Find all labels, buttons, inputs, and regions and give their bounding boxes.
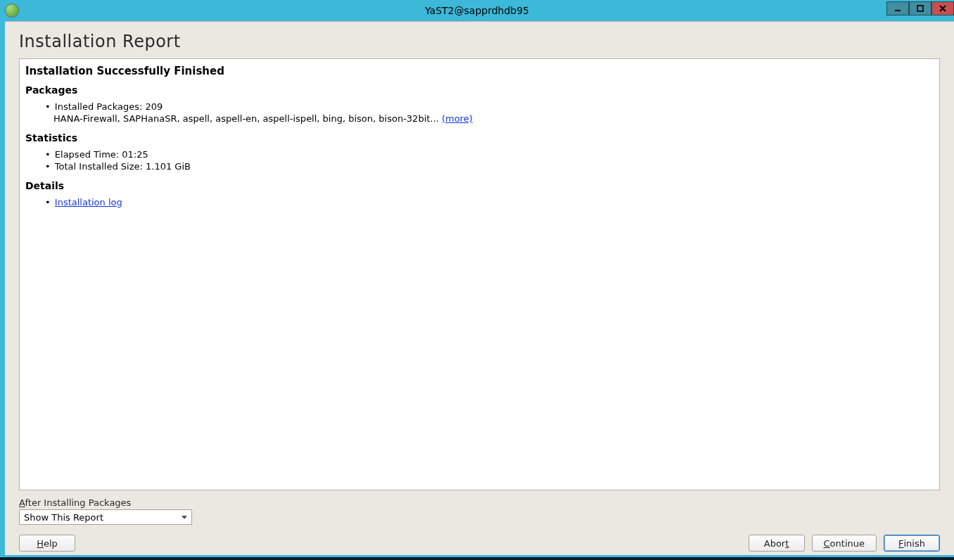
window-titlebar: YaST2@sapprdhdb95 xyxy=(0,0,954,21)
page-title: Installation Report xyxy=(19,32,940,51)
more-packages-link[interactable]: (more) xyxy=(442,113,473,124)
after-label-text: fter Installing Packages xyxy=(25,497,131,508)
help-button[interactable]: Help xyxy=(19,535,75,552)
minimize-button[interactable] xyxy=(886,1,909,15)
statistics-heading: Statistics xyxy=(25,132,934,144)
total-installed-size: Total Installed Size: 1.101 GiB xyxy=(53,161,934,173)
window-controls xyxy=(886,0,954,21)
maximize-button[interactable] xyxy=(909,1,931,15)
taskbar-stub xyxy=(0,557,954,560)
after-installing-label: After Installing Packages xyxy=(19,497,940,508)
after-installing-selected: Show This Report xyxy=(24,512,103,523)
package-names: HANA-Firewall, SAPHanaSR, aspell, aspell… xyxy=(53,113,442,124)
packages-heading: Packages xyxy=(25,84,934,96)
finish-button[interactable]: Finish xyxy=(884,535,940,552)
chevron-down-icon xyxy=(182,516,187,519)
elapsed-time: Elapsed Time: 01:25 xyxy=(53,149,934,161)
yast-app-icon xyxy=(5,4,19,18)
window-title: YaST2@sapprdhdb95 xyxy=(425,5,529,16)
after-installing-dropdown[interactable]: Show This Report xyxy=(19,509,192,525)
svg-rect-0 xyxy=(895,10,901,11)
details-heading: Details xyxy=(25,180,934,191)
status-heading: Installation Successfully Finished xyxy=(25,65,934,77)
installed-packages-count: Installed Packages: 209 HANA-Firewall, S… xyxy=(53,101,934,125)
installation-log-item: Installation log xyxy=(53,197,934,209)
button-row: Help Abort Continue Finish xyxy=(19,535,940,552)
right-buttons: Abort Continue Finish xyxy=(749,535,940,552)
abort-button[interactable]: Abort xyxy=(749,535,805,552)
packages-list: Installed Packages: 209 HANA-Firewall, S… xyxy=(25,101,934,125)
installed-count-text: Installed Packages: 209 xyxy=(55,101,163,112)
continue-button[interactable]: Continue xyxy=(812,535,877,552)
installed-packages-sample: HANA-Firewall, SAPHanaSR, aspell, aspell… xyxy=(53,113,934,125)
details-list: Installation log xyxy=(25,197,934,209)
svg-rect-1 xyxy=(917,6,923,11)
close-button[interactable] xyxy=(931,1,954,15)
installation-log-link[interactable]: Installation log xyxy=(55,197,122,208)
installation-report-panel: Installation Successfully Finished Packa… xyxy=(19,58,940,490)
window-body: Installation Report Installation Success… xyxy=(5,21,954,555)
statistics-list: Elapsed Time: 01:25 Total Installed Size… xyxy=(25,149,934,173)
